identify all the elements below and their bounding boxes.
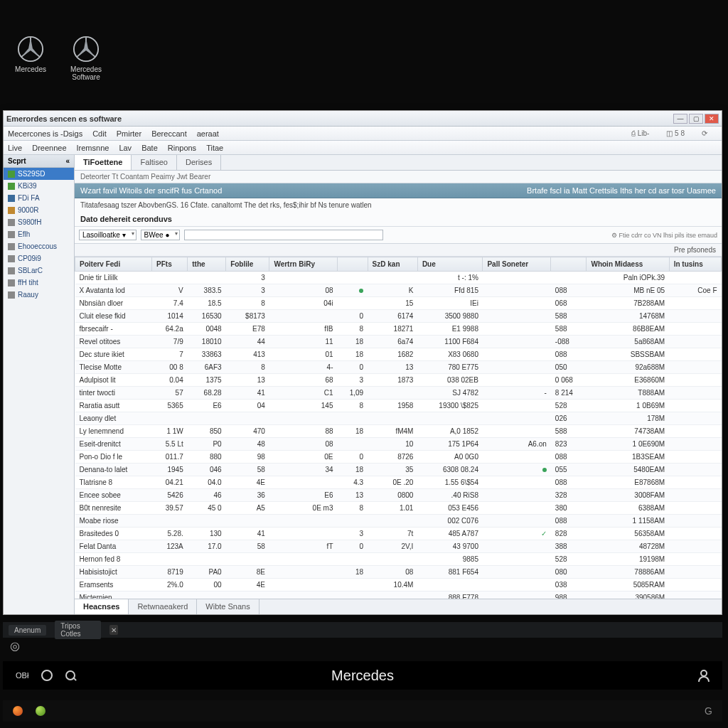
column-header[interactable]: PFts (152, 257, 188, 272)
menu-item[interactable]: Bate (141, 144, 158, 152)
desktop-icon-mercedes-software[interactable]: Mercedes Software (61, 36, 111, 81)
table-row[interactable]: Dec sture ikiet73386341301181682X83 0680… (75, 348, 722, 361)
table-row[interactable]: Tlatrisne 804.2104.04E4.30E .201.55 6\$5… (75, 476, 722, 489)
menu-item[interactable]: Live (8, 144, 22, 152)
home-circle-icon[interactable] (41, 670, 53, 681)
table-row[interactable]: fbrsecaifr -64.2a0048E78fIB818271E1 9988… (75, 323, 722, 336)
table-row[interactable]: Eseit-drenitct5.5 LtP0480810175 1P64A6.o… (75, 438, 722, 451)
table-row[interactable]: Dnie tir Lililk3t -: 1%Paln iOPk.39 (75, 272, 722, 284)
column-header[interactable]: Due (417, 257, 483, 272)
tab[interactable]: TiFoettene (75, 155, 132, 170)
filter-combo-2[interactable]: BWee ● (141, 230, 181, 240)
menu-item[interactable]: Bereccant (151, 129, 187, 138)
taskbar-app[interactable]: Anenum (9, 625, 46, 636)
menu-item[interactable]: Iremsnne (77, 144, 109, 152)
menu-item[interactable]: Lav (119, 144, 132, 152)
column-header[interactable]: Pall Soneter (483, 257, 551, 272)
data-grid-wrap[interactable]: Pre pfsoneds Poiterv FediPFtsttheFoblile… (75, 244, 722, 599)
profile-icon[interactable] (698, 670, 710, 682)
taskbar-close-icon[interactable]: ✕ (109, 625, 118, 635)
sidebar-item[interactable]: ffH tiht (4, 277, 74, 289)
desktop-icons: Mercedes Mercedes Software (6, 36, 111, 81)
table-row[interactable]: Encee sobee54264636E6130800.40 RiS832830… (75, 489, 722, 502)
cell (269, 412, 338, 425)
toolbar-icon[interactable]: ◫ 5 8 (666, 129, 685, 137)
table-row[interactable]: Pon-o Dio f le011.7880980E08726A0 0G0088… (75, 451, 722, 464)
status-dot-icon (542, 468, 547, 472)
column-header[interactable]: Foblile (226, 257, 269, 272)
cell: 485 A787 (417, 528, 483, 540)
tab[interactable]: Faltiseo (132, 155, 177, 170)
sidebar-item[interactable]: SBLarC (4, 264, 74, 277)
table-row[interactable]: Brasitedes 05.28.1304137t485 A787✓828563… (75, 528, 722, 540)
tray-status-icon[interactable] (36, 706, 46, 716)
table-row[interactable]: Hernon fed 8988552819198M (75, 553, 722, 566)
menu-item[interactable]: Cdit (92, 129, 107, 138)
table-row[interactable]: Habisistojict8719PA08E1808881 F654080788… (75, 566, 722, 579)
menu-item[interactable]: Pmirter (117, 129, 141, 138)
cell: 5480EAM (587, 464, 669, 476)
column-header[interactable]: tthe (188, 257, 226, 272)
taskbar-tray-icon[interactable]: ◎ (10, 639, 20, 653)
taskbar-app[interactable]: Tripos Cotles (55, 621, 101, 639)
sidebar-item[interactable]: Eflh (4, 228, 74, 240)
desktop-icon-mercedes[interactable]: Mercedes (6, 36, 55, 81)
filter-input[interactable] (184, 230, 383, 240)
table-row[interactable]: Micternien888 F778988390586M (75, 592, 722, 599)
menu-item[interactable]: Titae (206, 144, 223, 152)
table-row[interactable]: Tlecise Motte00 86AF384-013780 E77505092… (75, 361, 722, 374)
bottom-tab[interactable]: Wibte Snans (197, 599, 259, 614)
menu-item[interactable]: Rinpons (168, 144, 196, 152)
table-row[interactable]: Cluit elese fkid101416530$8173061743500 … (75, 310, 722, 323)
tab[interactable]: Derises (177, 155, 221, 170)
column-header[interactable] (338, 257, 368, 272)
table-row[interactable]: Moabe riose002 C0760881 1158AM (75, 515, 722, 528)
table-row[interactable]: tinter twocti5768.2841C11,09SJ 4782-8 21… (75, 387, 722, 400)
sidebar-item[interactable]: KBi39 (4, 180, 74, 192)
cell (483, 412, 551, 425)
table-row[interactable]: Nbnsiàn dloer7.418.5804i15IEi0687B288AM (75, 297, 722, 310)
bottom-tab[interactable]: Heacnses (75, 599, 129, 614)
table-row[interactable]: B0t nenresite39.5745 0A50E m381.01053 E4… (75, 502, 722, 515)
table-row[interactable]: X Avatanta lodV383.5308KFfd 815088MB nE … (75, 284, 722, 297)
menu-item[interactable]: Mecercones is -Dsigs (8, 129, 82, 138)
toolbar-icon[interactable]: ⟳ (702, 129, 707, 137)
search-icon[interactable] (65, 670, 75, 680)
sidebar-item[interactable]: FDi FA (4, 192, 74, 204)
table-row[interactable]: Felat Danta123A17.058fT02V,I43 970038848… (75, 540, 722, 553)
sidebar-item[interactable]: 9000R (4, 204, 74, 216)
close-button[interactable]: ✕ (705, 114, 719, 124)
table-row[interactable]: Ly lenemnend1 1W8504708818fM4MA,0 185258… (75, 425, 722, 438)
cell: 1014 (152, 310, 188, 323)
column-header[interactable]: Whoin Midaess (587, 257, 669, 272)
table-row[interactable]: Leaony dlet026178M (75, 412, 722, 425)
menu-item[interactable]: aeraat (197, 129, 219, 138)
table-row[interactable]: Adulpisot lit0.041375136831873038 02EB0 … (75, 374, 722, 387)
cell: 4- (269, 361, 338, 374)
column-header[interactable]: SzD kan (368, 257, 417, 272)
toolbar-icon[interactable]: ⎙ Lib- (631, 129, 649, 137)
column-header[interactable]: Poiterv Fedi (75, 257, 152, 272)
sidebar-item[interactable]: SS29SD (4, 168, 74, 180)
filter-combo-1[interactable]: Lasoilloatke ▾ (79, 230, 136, 240)
sidebar-item[interactable]: S980fH (4, 216, 74, 228)
cell: 18271 (368, 323, 417, 336)
table-row[interactable]: Denana-to lalet1945046583418356308 08.24… (75, 464, 722, 476)
table-row[interactable]: Eramsents2%.0004E10.4M0385085RAM (75, 579, 722, 592)
bottom-tab[interactable]: Retwnaeakerd (129, 599, 197, 614)
column-header[interactable] (551, 257, 587, 272)
minimize-button[interactable]: — (673, 114, 687, 124)
tray-status-icon[interactable] (13, 706, 23, 716)
column-header[interactable]: Wertrn BiRy (269, 257, 338, 272)
os-nav-label[interactable]: OBł (16, 671, 28, 680)
maximize-button[interactable]: ▢ (689, 114, 703, 124)
sidebar-collapse-icon[interactable]: « (65, 157, 70, 165)
sidebar-item[interactable]: CP09i9 (4, 252, 74, 264)
table-row[interactable]: Raratia asutt5365E6041458195819300 \$825… (75, 400, 722, 412)
sidebar-item[interactable]: Raauy (4, 289, 74, 301)
cell: 88 (269, 425, 338, 438)
menu-item[interactable]: Dreennee (32, 144, 66, 152)
sidebar-item[interactable]: Ehooeccous (4, 240, 74, 252)
table-row[interactable]: Revel otitoes7/9180104411186a741100 F684… (75, 336, 722, 348)
column-header[interactable]: ln tusins (669, 257, 721, 272)
